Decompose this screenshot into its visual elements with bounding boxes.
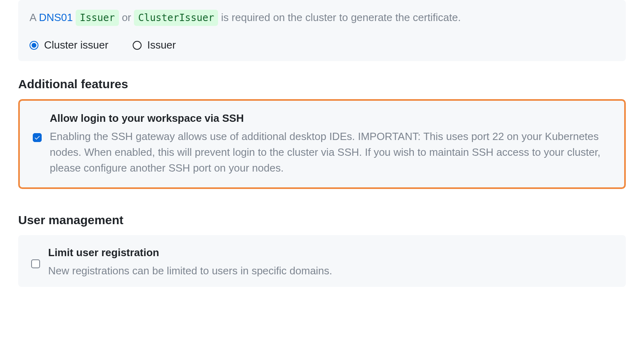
ssh-checkbox[interactable] (33, 133, 42, 142)
ssh-feature-card: Allow login to your workspace via SSH En… (18, 99, 626, 189)
issuer-radio[interactable]: Issuer (133, 39, 176, 51)
dns-text-middle: or (119, 11, 134, 23)
cluster-issuer-label: Cluster issuer (44, 39, 108, 51)
limit-registration-description: New registrations can be limited to user… (48, 263, 613, 279)
ssh-feature-description: Enabling the SSH gateway allows use of a… (50, 129, 611, 176)
additional-features-heading: Additional features (18, 77, 626, 91)
issuer-radio-group: Cluster issuer Issuer (30, 39, 614, 51)
ssh-feature-title: Allow login to your workspace via SSH (50, 112, 611, 125)
user-management-heading: User management (18, 213, 626, 227)
limit-registration-checkbox[interactable] (31, 259, 40, 268)
limit-registration-title: Limit user registration (48, 246, 613, 259)
radio-unchecked-icon (133, 41, 142, 50)
check-icon (34, 134, 40, 141)
dns-issuer-card: A DNS01 Issuer or ClusterIssuer is requi… (18, 0, 626, 61)
issuer-chip: Issuer (76, 10, 119, 26)
dns01-link[interactable]: DNS01 (39, 11, 73, 23)
cluster-issuer-radio[interactable]: Cluster issuer (30, 39, 108, 51)
dns-text-prefix: A (30, 11, 39, 23)
limit-registration-card: Limit user registration New registration… (18, 235, 626, 287)
issuer-label: Issuer (147, 39, 176, 51)
dns-description: A DNS01 Issuer or ClusterIssuer is requi… (30, 10, 614, 26)
dns-text-suffix: is required on the cluster to generate t… (218, 11, 461, 23)
radio-checked-icon (30, 41, 38, 50)
cluster-issuer-chip: ClusterIssuer (134, 10, 218, 26)
